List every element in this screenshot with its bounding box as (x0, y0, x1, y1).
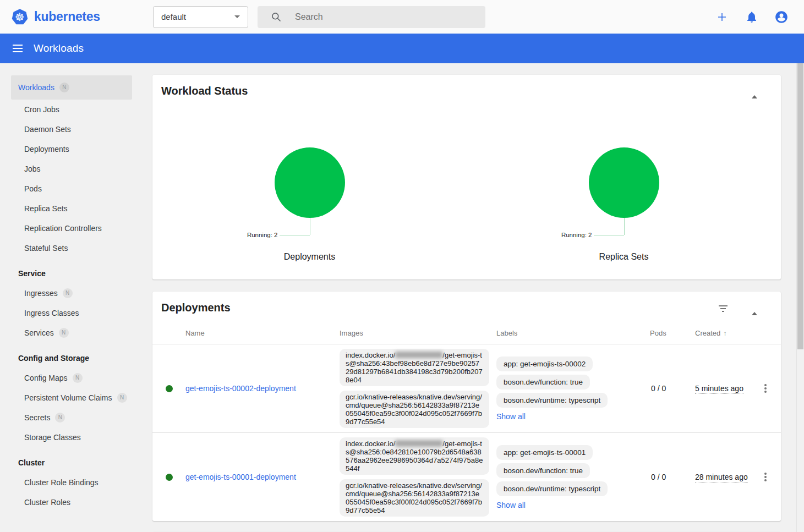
scrollbar-thumb[interactable] (797, 63, 803, 349)
sidebar-item-ingress-classes[interactable]: Ingress Classes (11, 303, 132, 323)
row-actions-menu-button[interactable] (762, 469, 769, 485)
status-cell (152, 385, 185, 392)
callout-line-vertical (624, 218, 625, 235)
label-chip: app: get-emojis-ts-00002 (496, 357, 593, 371)
column-images[interactable]: Images (340, 329, 496, 337)
callout-line-horizontal (280, 235, 310, 235)
status-running-icon (166, 474, 173, 481)
label-chip: app: get-emojis-ts-00001 (496, 445, 593, 460)
sidebar-item-cron-jobs[interactable]: Cron Jobs (11, 100, 132, 119)
chart-title: Deployments (152, 252, 467, 262)
show-all-labels-link[interactable]: Show all (496, 501, 526, 509)
menu-toggle-button[interactable] (11, 42, 24, 55)
status-running-icon (166, 385, 173, 392)
header-actions (715, 10, 804, 24)
sidebar-item-label: Cluster (18, 458, 45, 467)
label-chip: boson.dev/function: true (496, 463, 590, 478)
namespaced-badge: N (117, 393, 127, 403)
sidebar-item-stateful-sets[interactable]: Stateful Sets (11, 238, 132, 258)
deployments-table-body: get-emojis-ts-00002-deploymentindex.dock… (152, 344, 781, 521)
sidebar-item-services[interactable]: ServicesN (11, 323, 132, 343)
sidebar-item-label: Jobs (24, 164, 41, 173)
column-pods[interactable]: Pods (650, 329, 695, 337)
deployment-name-link[interactable]: get-emojis-ts-00002-deployment (185, 384, 296, 393)
sidebar-item-workloads[interactable]: WorkloadsN (11, 75, 132, 100)
namespaced-badge: N (55, 413, 65, 423)
created-relative-time: 5 minutes ago (695, 384, 743, 394)
filter-button[interactable] (718, 305, 728, 314)
sidebar-item-persistent-volume-claims[interactable]: Persistent Volume ClaimsN (11, 388, 132, 408)
namespaced-badge: N (73, 373, 83, 383)
namespaced-badge: N (59, 328, 69, 338)
chevron-up-icon (752, 304, 757, 315)
user-profile-button[interactable] (774, 10, 789, 24)
workload-status-card: Workload Status Running: 2 Deployments R… (152, 75, 781, 279)
deployments-table: Name Images Labels Pods Created ↑ get-em… (152, 322, 781, 521)
callout-line-horizontal (594, 235, 624, 235)
namespace-select-value: default (161, 12, 186, 21)
chevron-down-icon (234, 15, 240, 18)
notifications-button[interactable] (745, 10, 759, 24)
deployments-pie-chart (275, 147, 345, 218)
show-all-labels-link[interactable]: Show all (496, 412, 526, 421)
images-cell: index.docker.io//get-emojis-ts@sha256:43… (340, 349, 496, 428)
sidebar-item-config-maps[interactable]: Config MapsN (11, 368, 132, 388)
sidebar-item-label: Replica Sets (24, 204, 68, 213)
deployments-title: Deployments (161, 301, 231, 314)
column-name[interactable]: Name (185, 329, 340, 337)
kubernetes-logo-icon: ☸ (11, 8, 29, 26)
sidebar-item-label: Cron Jobs (24, 105, 59, 114)
sidebar-item-label: Services (24, 328, 54, 337)
redacted-registry-user (395, 352, 442, 358)
replica-sets-pie-chart (589, 147, 659, 218)
namespace-select[interactable]: default (153, 6, 248, 28)
image-chip: gcr.io/knative-releases/knative.dev/serv… (340, 391, 489, 428)
helm-wheel-glyph: ☸ (11, 8, 29, 26)
sidebar-item-cluster-roles[interactable]: Cluster Roles (11, 492, 132, 512)
search-box[interactable] (258, 6, 485, 28)
sidebar-item-deployments[interactable]: Deployments (11, 139, 132, 159)
plus-icon (715, 10, 729, 24)
sidebar-item-storage-classes[interactable]: Storage Classes (11, 427, 132, 447)
sidebar-item-jobs[interactable]: Jobs (11, 159, 132, 179)
avatar-icon (774, 10, 789, 24)
sidebar-item-label: Storage Classes (24, 433, 81, 442)
filter-icon (719, 305, 728, 306)
sidebar-section-service: Service (11, 264, 132, 283)
page-scrollbar[interactable] (796, 63, 804, 532)
deployment-name-link[interactable]: get-emojis-ts-00001-deployment (185, 473, 296, 481)
sidebar-item-secrets[interactable]: SecretsN (11, 408, 132, 427)
sidebar-item-daemon-sets[interactable]: Daemon Sets (11, 119, 132, 139)
deployments-card: Deployments Name Images Labels Pods Crea… (152, 292, 781, 521)
labels-cell: app: get-emojis-ts-00001boson.dev/functi… (496, 445, 650, 509)
image-prefix: index.docker.io/ (346, 440, 395, 448)
actions-cell (750, 381, 781, 396)
sidebar-item-ingresses[interactable]: IngressesN (11, 283, 132, 303)
sidebar-nav: WorkloadsNCron JobsDaemon SetsDeployment… (0, 63, 141, 532)
sidebar-section-cluster: Cluster (11, 453, 132, 473)
chart-title: Replica Sets (467, 252, 781, 262)
app-header: ☸ kubernetes default (0, 0, 804, 34)
table-header-row: Name Images Labels Pods Created ↑ (152, 322, 781, 344)
brand-name: kubernetes (34, 9, 100, 24)
search-icon (271, 12, 282, 23)
action-bar: Workloads (0, 34, 804, 63)
sort-ascending-icon: ↑ (723, 329, 727, 337)
charts-row: Running: 2 Deployments Running: 2 Replic… (152, 75, 781, 279)
sidebar-item-label: Config Maps (24, 374, 68, 382)
column-created[interactable]: Created ↑ (695, 329, 750, 337)
created-cell: 28 minutes ago (695, 473, 750, 481)
name-cell: get-emojis-ts-00002-deployment (185, 383, 340, 393)
sidebar-item-label: Daemon Sets (24, 125, 71, 134)
sidebar-item-replica-sets[interactable]: Replica Sets (11, 199, 132, 218)
sidebar-item-cluster-role-bindings[interactable]: Cluster Role Bindings (11, 473, 132, 492)
create-resource-button[interactable] (715, 10, 729, 24)
sidebar-item-replication-controllers[interactable]: Replication Controllers (11, 218, 132, 238)
sidebar-item-pods[interactable]: Pods (11, 179, 132, 199)
sidebar-item-label: Service (18, 269, 46, 278)
row-actions-menu-button[interactable] (762, 381, 769, 396)
search-input[interactable] (295, 12, 460, 22)
image-chip: gcr.io/knative-releases/knative.dev/serv… (340, 479, 489, 517)
column-labels[interactable]: Labels (496, 329, 650, 337)
collapse-deployments-button[interactable] (750, 304, 759, 310)
